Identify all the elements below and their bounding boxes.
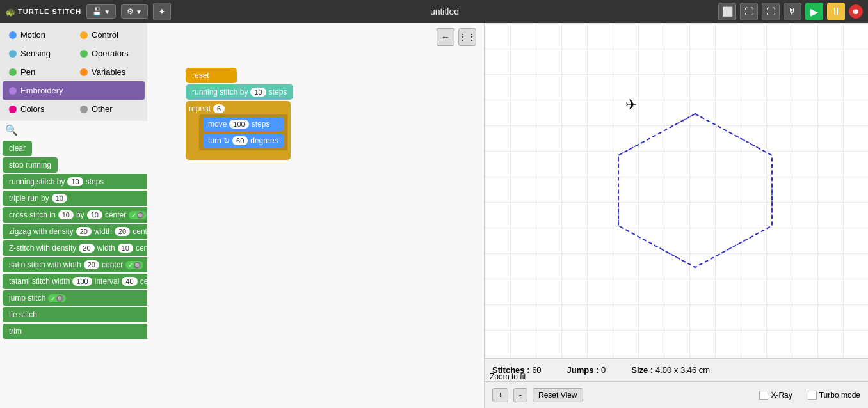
- logo-text: TURTLE STITCH: [18, 8, 81, 15]
- block-stop-running[interactable]: stop running: [3, 157, 58, 173]
- xray-label[interactable]: X-Ray: [759, 391, 792, 400]
- cat-other-label: Other: [92, 104, 113, 114]
- cat-sensing-label: Sensing: [20, 49, 51, 58]
- cat-motion[interactable]: Motion: [3, 26, 74, 44]
- workspace: ← ⋮⋮ reset running stitch by 10 steps re…: [147, 23, 484, 408]
- block-satin[interactable]: satin stitch with width 20 center ✓🔘: [3, 257, 147, 272]
- sensing-dot: [9, 50, 17, 58]
- reset-view-button[interactable]: Reset View: [533, 388, 583, 402]
- cat-control[interactable]: Control: [74, 26, 145, 44]
- block-tie[interactable]: tie stitch: [3, 307, 147, 322]
- pause-button[interactable]: ⏸: [827, 3, 845, 20]
- other-dot: [80, 106, 88, 113]
- turbo-label[interactable]: Turbo mode: [808, 391, 860, 400]
- block-cross-stitch[interactable]: cross stitch in 10 by 10 center ✓🔘: [3, 207, 147, 223]
- plugin-button[interactable]: ✦: [153, 3, 171, 20]
- block-clear[interactable]: clear: [3, 141, 32, 156]
- turn-suffix: degrees: [250, 136, 278, 145]
- save-button[interactable]: 💾 ▼: [86, 4, 116, 19]
- run-button[interactable]: ▶: [805, 3, 823, 20]
- satin-toggle[interactable]: ✓🔘: [125, 261, 143, 269]
- cat-embroidery-label: Embroidery: [20, 86, 63, 95]
- zstitch-v1: 20: [79, 244, 94, 253]
- jump-toggle[interactable]: ✓🔘: [48, 294, 66, 302]
- view-icon-1[interactable]: ⬜: [718, 3, 736, 20]
- view-icon-3[interactable]: ⛶: [762, 3, 780, 20]
- tie-label: tie stitch: [9, 310, 37, 319]
- block-stop-running-label: stop running: [9, 161, 51, 169]
- hexagon-shape: [599, 101, 791, 280]
- block-reset[interactable]: reset: [186, 68, 237, 83]
- zoom-out-button[interactable]: -: [513, 388, 527, 402]
- bottom-controls: + - Reset View X-Ray Turbo mode Zoom to …: [485, 381, 868, 408]
- jumps-label: Jumps :: [567, 365, 599, 375]
- control-dot: [80, 31, 88, 39]
- cat-variables[interactable]: Variables: [74, 63, 145, 81]
- back-button[interactable]: ←: [437, 28, 454, 46]
- block-cross-stitch-label: cross stitch in: [9, 210, 56, 219]
- zstitch-v2: 10: [118, 244, 133, 253]
- zoom-in-button[interactable]: +: [492, 388, 508, 402]
- jumps-value: 0: [601, 365, 606, 375]
- top-right-icons: ⬜ ⛶ ⛶ 🎙 ▶ ⏸ ⏺: [718, 3, 863, 20]
- block-repeat[interactable]: repeat 6 move 100 steps turn ↻ 60 degree…: [186, 101, 291, 160]
- size-value: 4.00 x 3.46 cm: [655, 365, 710, 375]
- blocks-panel: 🔍 + clear stop running running stitch by…: [0, 121, 147, 408]
- block-triple-run[interactable]: triple run by 10: [3, 191, 147, 206]
- turbo-text: Turbo mode: [819, 391, 860, 400]
- zoom-to-fit-button[interactable]: Zoom to fit: [490, 372, 526, 381]
- tatami-label: tatami stitch width: [9, 277, 70, 286]
- settings-button[interactable]: ⚙ ▼: [121, 4, 148, 19]
- grid-button[interactable]: ⋮⋮: [458, 28, 476, 46]
- microphone-icon[interactable]: 🎙: [784, 3, 801, 20]
- xray-checkbox[interactable]: [759, 391, 768, 400]
- tatami-v2: 40: [122, 277, 137, 286]
- plugin-icon: ✦: [158, 6, 166, 17]
- cat-colors[interactable]: Colors: [3, 100, 74, 118]
- jump-label: jump stitch: [9, 294, 45, 302]
- xray-text: X-Ray: [771, 391, 792, 400]
- zigzag-width: width: [94, 227, 112, 236]
- category-grid: Motion Control Sensing Operators Pen Var…: [0, 23, 147, 121]
- block-running-stitch[interactable]: running stitch by 10 steps: [3, 174, 147, 189]
- tatami-interval: interval: [95, 277, 120, 286]
- block-tatami[interactable]: tatami stitch width 100 interval 40 ce: [3, 274, 147, 289]
- settings-icon: ⚙: [127, 7, 134, 16]
- cat-operators[interactable]: Operators: [74, 44, 145, 63]
- cross-stitch-by: by: [76, 210, 84, 219]
- view-icon-2[interactable]: ⛶: [740, 3, 758, 20]
- block-zstitch[interactable]: Z-stitch with density 20 width 10 cen: [3, 240, 147, 256]
- block-workspace-running-stitch[interactable]: running stitch by 10 steps: [186, 84, 293, 100]
- block-trim[interactable]: trim: [3, 324, 147, 339]
- satin-v1: 20: [84, 260, 99, 269]
- stop-button[interactable]: ⏺: [849, 4, 863, 19]
- jumps-status: Jumps : 0: [567, 365, 606, 375]
- zigzag-label: zigzag with density: [9, 227, 74, 236]
- cross-stitch-toggle[interactable]: ✓🔘: [129, 211, 147, 219]
- top-bar: 🐢 TURTLE STITCH 💾 ▼ ⚙ ▼ ✦ untitled ⬜ ⛶ ⛶…: [0, 0, 868, 23]
- block-turn[interactable]: turn ↻ 60 degrees: [203, 134, 284, 148]
- repeat-label: repeat: [189, 104, 211, 113]
- cat-sensing[interactable]: Sensing: [3, 44, 74, 63]
- cat-pen[interactable]: Pen: [3, 63, 74, 81]
- operators-dot: [80, 50, 88, 58]
- cat-embroidery[interactable]: Embroidery: [3, 81, 145, 100]
- block-running-stitch-label: running stitch by: [9, 177, 65, 186]
- embroidery-dot: [9, 87, 17, 95]
- block-jump[interactable]: jump stitch ✓🔘: [3, 290, 147, 306]
- block-zigzag[interactable]: zigzag with density 20 width 20 cente: [3, 224, 147, 239]
- block-move[interactable]: move 100 steps: [203, 117, 284, 131]
- search-icon[interactable]: 🔍: [5, 124, 18, 136]
- turbo-checkbox[interactable]: [808, 391, 817, 400]
- settings-chevron: ▼: [136, 8, 142, 15]
- zstitch-label: Z-stitch with density: [9, 244, 76, 253]
- cat-other[interactable]: Other: [74, 100, 145, 118]
- cat-control-label: Control: [92, 30, 118, 40]
- triple-run-value: 10: [52, 194, 67, 203]
- running-stitch-value: 10: [67, 177, 83, 186]
- move-label: move: [208, 120, 227, 129]
- tatami-suffix: ce: [140, 277, 147, 286]
- canvas-view: ✈: [485, 23, 868, 358]
- block-reset-label: reset: [192, 71, 209, 80]
- zstitch-suffix: cen: [136, 244, 147, 253]
